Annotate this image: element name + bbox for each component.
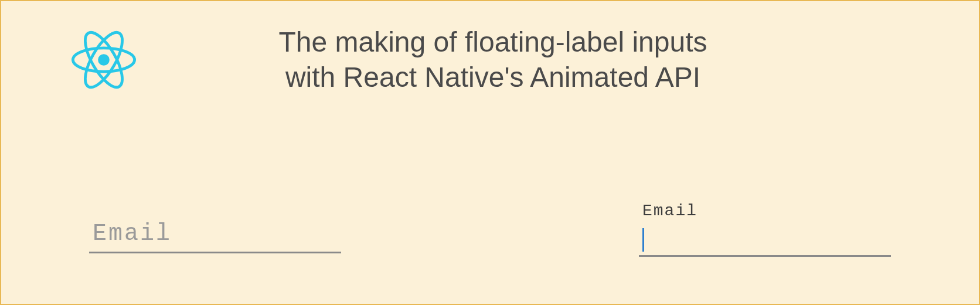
email-input-focused[interactable]: Email (639, 224, 891, 257)
svg-point-0 (98, 54, 110, 66)
input-underline: Email (89, 221, 341, 253)
react-logo-icon (72, 28, 136, 92)
page-title: The making of floating-label inputs with… (136, 25, 908, 95)
input-underline (639, 224, 891, 257)
email-input-unfocused[interactable]: Email (89, 221, 341, 257)
text-caret (642, 228, 644, 252)
header: The making of floating-label inputs with… (1, 1, 979, 95)
inputs-row: Email Email (1, 221, 979, 257)
email-floated-label: Email (642, 202, 697, 220)
email-placeholder-label: Email (93, 221, 172, 247)
